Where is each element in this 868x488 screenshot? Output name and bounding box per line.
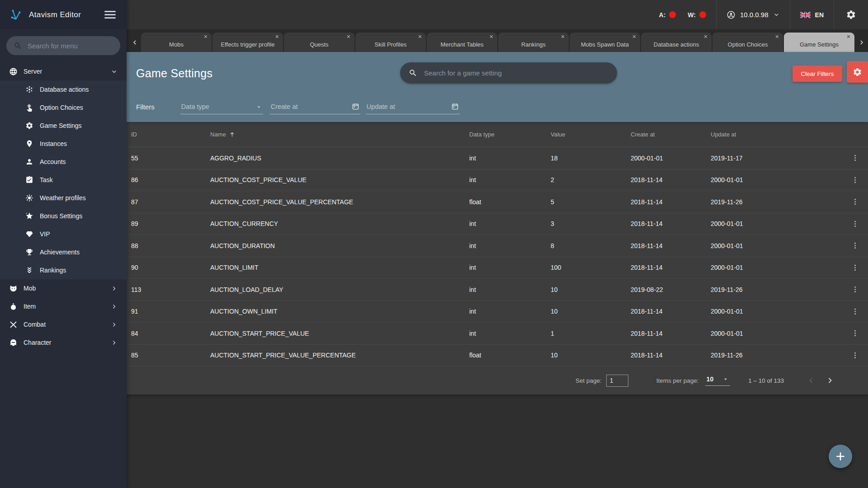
- sidebar-item-database-actions[interactable]: Database actions: [0, 80, 127, 99]
- prev-page-button[interactable]: [806, 375, 816, 386]
- table-row[interactable]: 84AUCTION_START_PRICE_VALUEint12018-11-1…: [127, 323, 868, 345]
- table-row[interactable]: 87AUCTION_COST_PRICE_VALUE_PERCENTAGEflo…: [127, 191, 868, 213]
- diamond-icon: [25, 230, 33, 238]
- sidebar-item-combat[interactable]: Combat: [0, 315, 127, 333]
- sidebar-item-mob[interactable]: Mob: [0, 279, 127, 297]
- cell-create_at: 2018-11-14: [631, 220, 711, 227]
- tab-bar: Mobs×Effects trigger profile×Quests×Skil…: [127, 29, 868, 52]
- column-header-update-at[interactable]: Update at: [711, 131, 847, 138]
- sidebar-item-weather-profiles[interactable]: Weather profiles: [0, 189, 127, 207]
- set-page-input[interactable]: [606, 375, 628, 387]
- sidebar-item-vip[interactable]: VIP: [0, 225, 127, 243]
- tab-effects-trigger-profile[interactable]: Effects trigger profile×: [212, 33, 283, 52]
- sidebar-item-label: Achievements: [40, 249, 80, 256]
- row-actions-button[interactable]: [847, 347, 863, 363]
- filter-create-at-datepicker[interactable]: Create at: [270, 103, 360, 114]
- table-row[interactable]: 89AUCTION_CURRENCYint32018-11-142000-01-…: [127, 213, 868, 235]
- tab-mobs-spawn-data[interactable]: Mobs Spawn Data×: [570, 33, 640, 52]
- column-header-create-at[interactable]: Create at: [631, 131, 711, 138]
- row-actions-button[interactable]: [847, 282, 863, 297]
- row-actions-button[interactable]: [847, 194, 863, 210]
- tab-skill-profiles[interactable]: Skill Profiles×: [355, 33, 426, 52]
- settings-gear-icon[interactable]: [846, 9, 856, 20]
- sidebar-item-bonus-settings[interactable]: Bonus Settings: [0, 207, 127, 225]
- sidebar-item-game-settings[interactable]: Game Settings: [0, 117, 127, 135]
- column-header-data-type[interactable]: Data type: [469, 131, 551, 138]
- close-icon[interactable]: ×: [632, 33, 636, 41]
- sidebar-item-task[interactable]: Task: [0, 171, 127, 189]
- close-icon[interactable]: ×: [275, 33, 279, 41]
- filter-data-type-select[interactable]: Data type: [180, 103, 263, 114]
- table-row[interactable]: 55AGGRO_RADIUSint182000-01-012019-11-17: [127, 147, 868, 169]
- row-actions-button[interactable]: [847, 326, 863, 341]
- filter-create-at-label: Create at: [271, 103, 352, 110]
- add-setting-button[interactable]: [829, 445, 852, 468]
- close-icon[interactable]: ×: [704, 33, 708, 41]
- tab-game-settings[interactable]: Game Settings×: [784, 33, 854, 52]
- filter-update-at-datepicker[interactable]: Update at: [366, 103, 460, 114]
- sidebar-item-label: Bonus Settings: [40, 212, 82, 220]
- next-page-button[interactable]: [825, 375, 835, 386]
- menu-toggle-button[interactable]: [103, 9, 118, 20]
- close-icon[interactable]: ×: [775, 33, 779, 41]
- close-icon[interactable]: ×: [418, 33, 422, 41]
- row-actions-button[interactable]: [847, 150, 863, 166]
- sidebar-item-achievements[interactable]: Achievements: [0, 243, 127, 261]
- tabs-scroll-left-button[interactable]: [128, 33, 141, 52]
- sidebar-item-label: Character: [24, 339, 51, 346]
- column-label: Update at: [711, 131, 736, 138]
- column-header-value[interactable]: Value: [551, 131, 631, 138]
- sidebar-item-accounts[interactable]: Accounts: [0, 153, 127, 171]
- tab-option-choices[interactable]: Option Choices×: [712, 33, 783, 52]
- cell-id: 85: [131, 352, 210, 359]
- clear-filters-button[interactable]: Clear Filters: [793, 66, 842, 82]
- cell-update_at: 2000-01-01: [711, 264, 847, 271]
- row-actions-button[interactable]: [847, 216, 863, 231]
- row-actions-button[interactable]: [847, 304, 863, 319]
- chevron-right-icon: [111, 303, 118, 310]
- close-icon[interactable]: ×: [204, 33, 208, 41]
- cell-update_at: 2000-01-01: [711, 176, 847, 183]
- search-icon: [409, 69, 417, 77]
- tab-quests[interactable]: Quests×: [284, 33, 354, 52]
- sidebar-search-input[interactable]: [28, 42, 113, 50]
- sidebar-item-server[interactable]: Server: [0, 62, 127, 80]
- pin-icon: [25, 140, 33, 148]
- items-per-page-select[interactable]: 10: [705, 375, 731, 386]
- chevron-down-icon: [773, 11, 780, 18]
- tab-rankings[interactable]: Rankings×: [498, 33, 569, 52]
- cell-create_at: 2018-11-14: [631, 352, 711, 359]
- table-row[interactable]: 86AUCTION_COST_PRICE_VALUEint22018-11-14…: [127, 169, 868, 192]
- table-row[interactable]: 88AUCTION_DURATIONint82018-11-142000-01-…: [127, 235, 868, 257]
- close-icon[interactable]: ×: [561, 33, 565, 41]
- tab-label: Option Choices: [728, 41, 768, 48]
- server-selector[interactable]: 10.0.0.98: [716, 0, 790, 29]
- tab-label: Merchant Tables: [440, 41, 483, 48]
- table-row[interactable]: 90AUCTION_LIMITint1002018-11-142000-01-0…: [127, 257, 868, 279]
- sidebar-item-option-choices[interactable]: Option Choices: [0, 99, 127, 117]
- table-row[interactable]: 85AUCTION_START_PRICE_VALUE_PERCENTAGEfl…: [127, 345, 868, 367]
- table-row[interactable]: 113AUCTION_LOAD_DELAYint102019-08-222019…: [127, 279, 868, 301]
- column-header-id[interactable]: ID: [131, 131, 210, 138]
- tabs-scroll-right-button[interactable]: [855, 33, 868, 52]
- language-selector[interactable]: EN: [790, 0, 834, 29]
- table-row[interactable]: 91AUCTION_OWN_LIMITint102018-11-142000-0…: [127, 301, 868, 323]
- close-icon[interactable]: ×: [490, 33, 493, 41]
- close-icon[interactable]: ×: [847, 33, 850, 41]
- tab-mobs[interactable]: Mobs×: [141, 33, 212, 52]
- row-actions-button[interactable]: [847, 172, 863, 188]
- sidebar-item-item[interactable]: Item: [0, 297, 127, 315]
- cell-data_type: int: [469, 155, 551, 162]
- column-header-name[interactable]: Name: [210, 131, 469, 138]
- sidebar-item-rankings[interactable]: Rankings: [0, 261, 127, 279]
- game-setting-search-input[interactable]: [424, 69, 609, 77]
- sidebar-item-character[interactable]: Character: [0, 333, 127, 352]
- tab-merchant-tables[interactable]: Merchant Tables×: [427, 33, 497, 52]
- tab-database-actions[interactable]: Database actions×: [641, 33, 712, 52]
- row-actions-button[interactable]: [847, 238, 863, 253]
- row-actions-button[interactable]: [847, 260, 863, 275]
- table-settings-button[interactable]: [847, 61, 868, 83]
- close-icon[interactable]: ×: [347, 33, 350, 41]
- tab-list: Mobs×Effects trigger profile×Quests×Skil…: [141, 33, 855, 52]
- sidebar-item-instances[interactable]: Instances: [0, 135, 127, 153]
